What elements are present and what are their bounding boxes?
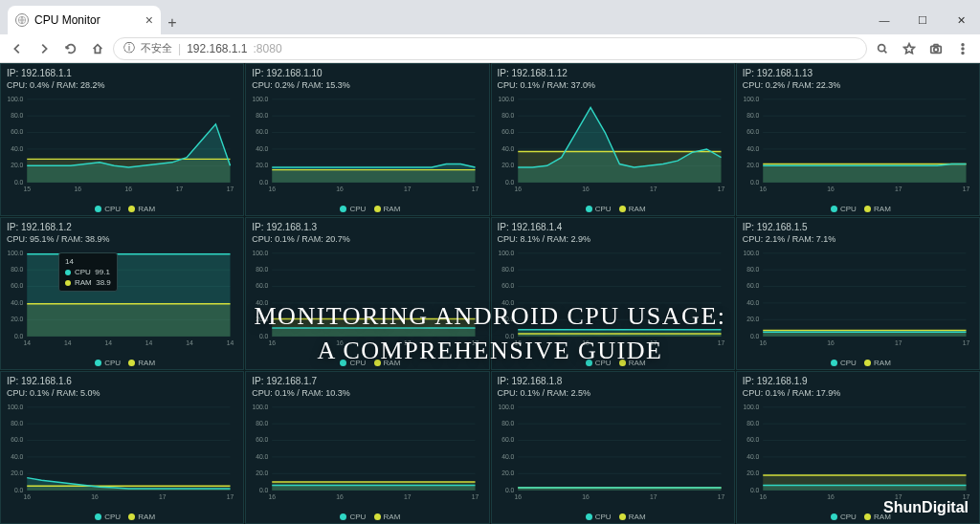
- panel-stat: CPU: 0.1% / RAM: 20.7%: [252, 234, 482, 244]
- chart-tooltip: 14 CPU 99.1 RAM 38.9: [58, 252, 118, 292]
- svg-text:14: 14: [145, 339, 153, 346]
- svg-text:16: 16: [269, 493, 277, 500]
- reload-button[interactable]: [59, 37, 82, 60]
- svg-text:20.0: 20.0: [501, 316, 514, 322]
- panel-ip: IP: 192.168.1.6: [7, 376, 237, 386]
- svg-text:60.0: 60.0: [746, 282, 759, 289]
- svg-text:40.0: 40.0: [11, 299, 23, 306]
- panel-ip: IP: 192.168.1.1: [7, 68, 237, 78]
- svg-text:20.0: 20.0: [256, 162, 268, 168]
- svg-text:20.0: 20.0: [256, 316, 268, 322]
- chart[interactable]: 0.020.040.060.080.0100.0 16161717: [498, 97, 728, 198]
- svg-text:17: 17: [404, 186, 412, 192]
- svg-text:100.0: 100.0: [743, 97, 759, 102]
- window-minimize-button[interactable]: —: [865, 6, 903, 34]
- svg-text:17: 17: [717, 339, 724, 346]
- star-icon[interactable]: [898, 37, 921, 60]
- chart[interactable]: 0.020.040.060.080.0100.0 16161717: [498, 251, 728, 352]
- svg-text:17: 17: [895, 339, 902, 346]
- svg-text:20.0: 20.0: [746, 162, 759, 168]
- svg-text:17: 17: [472, 493, 479, 500]
- svg-text:16: 16: [514, 186, 522, 192]
- svg-text:17: 17: [472, 186, 479, 192]
- svg-text:0.0: 0.0: [259, 487, 269, 493]
- panel-stat: CPU: 0.1% / RAM: 2.5%: [498, 388, 728, 398]
- search-icon[interactable]: [871, 37, 894, 60]
- panel-ip: IP: 192.168.1.4: [498, 222, 728, 232]
- panel-ip: IP: 192.168.1.5: [743, 222, 973, 232]
- chart[interactable]: 0.020.040.060.080.0100.0 16161717: [252, 97, 482, 198]
- chart-legend: CPU RAM: [492, 205, 734, 213]
- svg-text:100.0: 100.0: [743, 404, 759, 410]
- svg-text:17: 17: [176, 186, 184, 192]
- svg-text:80.0: 80.0: [501, 112, 514, 119]
- svg-text:14: 14: [23, 339, 31, 346]
- chart-legend: CPU RAM: [492, 513, 734, 521]
- monitor-panel[interactable]: IP: 192.168.1.8 CPU: 0.1% / RAM: 2.5% 0.…: [491, 371, 735, 524]
- panel-ip: IP: 192.168.1.3: [252, 222, 482, 232]
- panel-ip: IP: 192.168.1.2: [7, 222, 237, 232]
- monitor-panel[interactable]: IP: 192.168.1.4 CPU: 8.1% / RAM: 2.9% 0.…: [491, 217, 735, 370]
- svg-text:16: 16: [759, 339, 767, 346]
- monitor-panel[interactable]: IP: 192.168.1.6 CPU: 0.1% / RAM: 5.0% 0.…: [0, 371, 244, 524]
- chart[interactable]: 0.020.040.060.080.0100.0 141414141414: [7, 251, 237, 352]
- panel-ip: IP: 192.168.1.7: [252, 376, 482, 386]
- svg-text:60.0: 60.0: [501, 128, 514, 135]
- svg-text:0.0: 0.0: [504, 333, 514, 339]
- svg-text:80.0: 80.0: [256, 420, 268, 426]
- svg-text:80.0: 80.0: [256, 112, 268, 119]
- chart-legend: CPU RAM: [246, 513, 488, 521]
- camera-icon[interactable]: [924, 37, 947, 60]
- panel-ip: IP: 192.168.1.8: [498, 376, 728, 386]
- menu-icon[interactable]: [951, 37, 974, 60]
- back-button[interactable]: [6, 37, 29, 60]
- monitor-panel[interactable]: IP: 192.168.1.3 CPU: 0.1% / RAM: 20.7% 0…: [245, 217, 489, 370]
- svg-text:16: 16: [827, 186, 835, 192]
- chart[interactable]: 0.020.040.060.080.0100.0 16161717: [743, 97, 973, 198]
- monitor-panel[interactable]: IP: 192.168.1.1 CPU: 0.4% / RAM: 28.2% 0…: [0, 63, 244, 216]
- svg-text:17: 17: [963, 186, 970, 192]
- svg-text:15: 15: [23, 186, 31, 192]
- monitor-panel[interactable]: IP: 192.168.1.2 CPU: 95.1% / RAM: 38.9% …: [0, 217, 244, 370]
- monitor-panel[interactable]: IP: 192.168.1.10 CPU: 0.2% / RAM: 15.3% …: [245, 63, 489, 216]
- panel-stat: CPU: 0.1% / RAM: 10.3%: [252, 388, 482, 398]
- svg-text:20.0: 20.0: [11, 162, 23, 168]
- chart[interactable]: 0.020.040.060.080.0100.0 16161717: [498, 404, 728, 506]
- svg-point-4: [962, 43, 964, 45]
- chart[interactable]: 0.020.040.060.080.0100.0 16161717: [743, 404, 973, 506]
- svg-text:40.0: 40.0: [11, 453, 23, 460]
- svg-text:17: 17: [963, 339, 970, 346]
- svg-text:20.0: 20.0: [256, 469, 268, 476]
- svg-text:60.0: 60.0: [746, 128, 759, 135]
- svg-text:100.0: 100.0: [7, 251, 23, 256]
- chart[interactable]: 0.020.040.060.080.0100.0 16161717: [252, 404, 482, 506]
- svg-text:20.0: 20.0: [501, 162, 514, 168]
- chart[interactable]: 0.020.040.060.080.0100.0 16161717: [743, 251, 973, 352]
- monitor-panel[interactable]: IP: 192.168.1.13 CPU: 0.2% / RAM: 22.3% …: [736, 63, 980, 216]
- svg-text:16: 16: [582, 493, 590, 500]
- svg-text:16: 16: [336, 493, 344, 500]
- panel-stat: CPU: 0.1% / RAM: 17.9%: [743, 388, 973, 398]
- url-port: :8080: [254, 42, 282, 55]
- monitor-panel[interactable]: IP: 192.168.1.7 CPU: 0.1% / RAM: 10.3% 0…: [245, 371, 489, 524]
- window-maximize-button[interactable]: ☐: [903, 6, 942, 34]
- chart[interactable]: 0.020.040.060.080.0100.0 1516161717: [7, 97, 237, 198]
- browser-tab[interactable]: CPU Monitor ×: [8, 6, 161, 34]
- chart[interactable]: 0.020.040.060.080.0100.0 16161717: [7, 404, 237, 506]
- watermark: ShunDigital: [883, 499, 969, 516]
- window-close-button[interactable]: ✕: [942, 6, 980, 34]
- panel-ip: IP: 192.168.1.9: [743, 376, 973, 386]
- new-tab-button[interactable]: +: [161, 11, 184, 34]
- svg-text:14: 14: [64, 339, 72, 346]
- forward-button[interactable]: [33, 37, 56, 60]
- monitor-panel[interactable]: IP: 192.168.1.12 CPU: 0.1% / RAM: 37.0% …: [491, 63, 735, 216]
- svg-text:20.0: 20.0: [501, 469, 514, 476]
- monitor-panel[interactable]: IP: 192.168.1.5 CPU: 2.1% / RAM: 7.1% 0.…: [736, 217, 980, 370]
- chart[interactable]: 0.020.040.060.080.0100.0 16161717: [252, 251, 482, 352]
- close-tab-icon[interactable]: ×: [145, 13, 153, 27]
- svg-text:60.0: 60.0: [256, 436, 268, 443]
- url-bar[interactable]: ⓘ 不安全 | 192.168.1.1:8080: [113, 37, 867, 60]
- svg-text:20.0: 20.0: [746, 469, 759, 476]
- home-button[interactable]: [86, 37, 109, 60]
- panel-stat: CPU: 0.2% / RAM: 15.3%: [252, 80, 482, 90]
